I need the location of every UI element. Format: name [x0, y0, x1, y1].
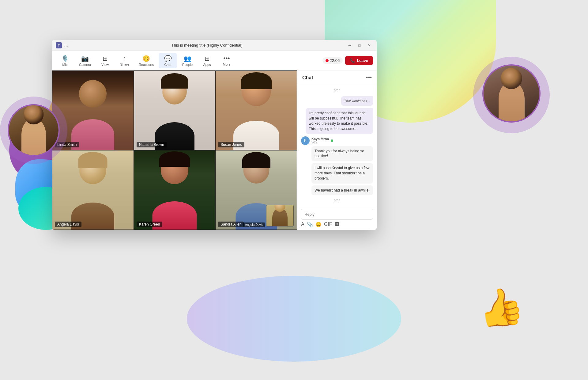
- chat-timestamp-1: 9/22: [301, 89, 373, 93]
- video-bg-4: [52, 150, 134, 230]
- name-sandra-allen: Sandra Allen: [218, 222, 244, 227]
- name-natasha-brown: Natasha Brown: [137, 142, 167, 147]
- minimize-button[interactable]: ─: [346, 42, 353, 49]
- share-button[interactable]: ↑ Share: [115, 53, 134, 68]
- reactions-icon: 😊: [142, 55, 150, 62]
- chat-header: Chat •••: [297, 70, 377, 85]
- camera-button[interactable]: 📷 Camera: [75, 53, 95, 68]
- chat-bubble-kayo-2: I will push Krystal to give us a few mor…: [311, 163, 373, 183]
- kayo-messages: Thank you for always being so positive! …: [301, 146, 373, 196]
- pip-video-angela: [266, 205, 294, 226]
- title-bar-left: T ...: [56, 42, 68, 48]
- view-label: View: [101, 63, 109, 66]
- meeting-toolbar: 🎙️ Mic 📷 Camera ⊞ View ↑ Share 😊 Reactio…: [52, 51, 377, 70]
- share-label: Share: [120, 63, 129, 66]
- close-button[interactable]: ✕: [366, 42, 373, 49]
- leave-button[interactable]: 📞 Leave: [345, 56, 373, 65]
- video-bg-3: [216, 71, 297, 150]
- video-cell-susan: Susan Jones: [215, 70, 297, 150]
- chat-panel-title: Chat: [302, 75, 313, 81]
- mic-label: Mic: [62, 63, 67, 66]
- recording-indicator: [326, 59, 329, 62]
- video-bg-2: [134, 71, 215, 150]
- chat-messages-list: 9/22 That would be f... I'm pretty confi…: [297, 85, 377, 206]
- share-icon: ↑: [123, 55, 126, 62]
- people-button[interactable]: 👥 People: [178, 53, 197, 68]
- chat-button[interactable]: 💬 Chat: [159, 53, 177, 68]
- mic-button[interactable]: 🎙️ Mic: [56, 53, 74, 68]
- chat-msg-preview: That would be f...: [301, 96, 373, 106]
- video-cell-sandra: Sandra Allen Angela Davis: [215, 150, 297, 230]
- recording-timer: 22:06: [322, 57, 343, 64]
- sender-row-kayo: K Kayo Miwa 9/22: [301, 136, 373, 145]
- chat-input-area: A 📎 😊 GIF 🖼: [297, 206, 377, 230]
- emoji-icon[interactable]: 😊: [315, 222, 322, 227]
- mic-icon: 🎙️: [61, 55, 69, 62]
- right-participant-avatar: [482, 64, 541, 123]
- sender-status-dot: [331, 139, 333, 142]
- chat-bubble-preview: That would be f...: [341, 96, 373, 106]
- chat-msg-kayo: K Kayo Miwa 9/22 Thank you for always be…: [301, 136, 373, 196]
- chat-bubble-right-1: I'm pretty confident that this launch wi…: [306, 108, 373, 134]
- title-bar: T ... This is meeting title (Highly Conf…: [52, 40, 377, 51]
- chat-icon: 💬: [164, 55, 172, 62]
- meeting-title: This is meeting title (Highly Confidenti…: [172, 43, 243, 48]
- sender-name-kayo: Kayo Miwa: [311, 137, 329, 141]
- attach-file-icon[interactable]: 📎: [307, 222, 313, 227]
- left-participant-avatar: [8, 104, 60, 156]
- sender-avatar-kayo: K: [301, 136, 310, 145]
- chat-bubble-kayo-3: We haven't had a break in awhile.: [311, 185, 373, 196]
- teams-meeting-window: T ... This is meeting title (Highly Conf…: [52, 40, 377, 230]
- reactions-button[interactable]: 😊 Reactions: [135, 53, 157, 68]
- sender-time-kayo: 9/22: [311, 141, 329, 144]
- apps-button[interactable]: ⊞ Apps: [198, 53, 216, 68]
- camera-label: Camera: [79, 63, 91, 66]
- maximize-button[interactable]: □: [356, 42, 363, 49]
- video-cell-angela: Angela Davis: [52, 150, 134, 230]
- timer-value: 22:06: [330, 58, 340, 63]
- chat-timestamp-2: 9/22: [301, 199, 373, 203]
- apps-icon: ⊞: [205, 55, 210, 62]
- chat-msg-right-1: I'm pretty confident that this launch wi…: [301, 108, 373, 134]
- format-text-icon[interactable]: A: [301, 222, 304, 227]
- name-karen-green: Karen Green: [137, 222, 163, 227]
- name-angela-davis: Angela Davis: [55, 222, 81, 227]
- apps-label: Apps: [203, 63, 211, 66]
- toolbar-right: 22:06 📞 Leave: [322, 56, 373, 65]
- reactions-label: Reactions: [139, 63, 154, 66]
- title-bar-more[interactable]: ...: [64, 43, 68, 48]
- leave-phone-icon: 📞: [350, 58, 355, 63]
- gif-icon[interactable]: GIF: [324, 222, 332, 227]
- sender-info-kayo: Kayo Miwa 9/22: [311, 137, 329, 144]
- thumbs-up-emoji: 👍: [474, 283, 527, 333]
- chat-label: Chat: [164, 63, 171, 66]
- view-icon: ⊞: [103, 55, 108, 62]
- more-button[interactable]: ••• More: [217, 53, 236, 68]
- chat-reply-input[interactable]: [301, 209, 373, 220]
- bg-decoration-bottom: [187, 276, 401, 362]
- people-label: People: [182, 63, 193, 66]
- main-content: Linda Smith Natasha Brown: [52, 70, 377, 230]
- chat-panel: Chat ••• 9/22 That would be f... I'm pre…: [297, 70, 377, 230]
- people-icon: 👥: [184, 55, 191, 62]
- teams-logo: T: [56, 42, 62, 48]
- leave-label: Leave: [357, 58, 368, 63]
- sticker-icon[interactable]: 🖼: [334, 222, 339, 227]
- video-bg-5: [134, 150, 215, 230]
- chat-bubble-kayo-1: Thank you for always being so positive!: [311, 146, 373, 162]
- more-label: More: [223, 63, 231, 66]
- name-susan-jones: Susan Jones: [218, 142, 244, 147]
- pip-name-label: Angela Davis: [243, 222, 265, 227]
- view-button[interactable]: ⊞ View: [96, 53, 114, 68]
- camera-icon: 📷: [81, 55, 89, 62]
- chat-format-toolbar: A 📎 😊 GIF 🖼: [301, 220, 373, 227]
- video-cell-natasha: Natasha Brown: [134, 70, 216, 150]
- chat-more-button[interactable]: •••: [366, 74, 372, 81]
- sender-avatar-bg: K: [301, 136, 310, 145]
- video-cell-karen: Karen Green: [134, 150, 216, 230]
- more-icon: •••: [224, 55, 230, 62]
- window-controls: ─ □ ✕: [346, 42, 373, 49]
- video-grid: Linda Smith Natasha Brown: [52, 70, 297, 230]
